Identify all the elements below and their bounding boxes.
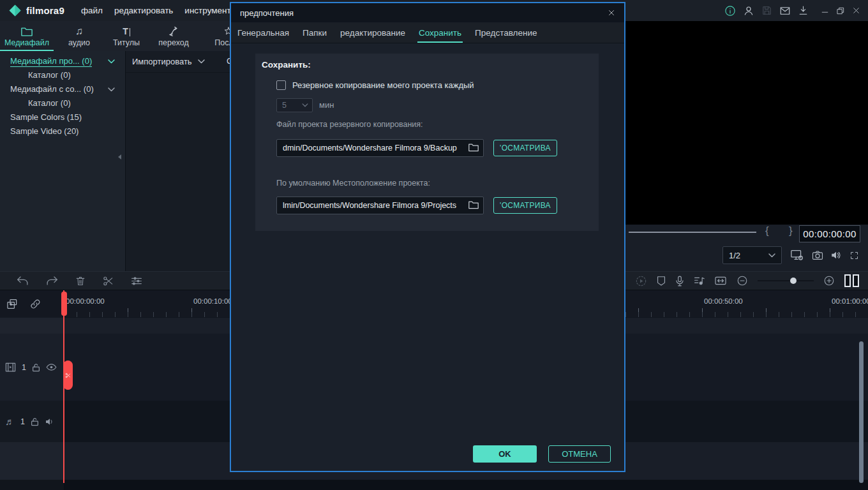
audio-mixer-icon[interactable] — [694, 276, 705, 286]
playhead-marker[interactable] — [61, 292, 67, 316]
fullscreen-icon[interactable] — [849, 251, 859, 260]
tab-audio[interactable]: ♫ аудио — [54, 21, 105, 51]
tab-titles[interactable]: T Титулы — [105, 21, 148, 51]
save-settings-panel: Сохранить: Резервное копирование моего п… — [255, 54, 599, 231]
backup-path-field — [276, 139, 484, 157]
chevron-down-icon[interactable] — [108, 59, 115, 64]
tab-transitions[interactable]: переход — [148, 21, 199, 51]
link-clips-icon[interactable] — [30, 299, 41, 309]
save-icon[interactable] — [761, 5, 772, 16]
account-icon[interactable] — [743, 5, 754, 17]
ruler-label: 00:00:50:00 — [704, 297, 743, 305]
dialog-tab-view[interactable]: Представление — [474, 22, 538, 43]
record-voiceover-icon[interactable] — [675, 276, 684, 286]
main-menu: файл редактировать инструменты П — [81, 6, 255, 15]
playhead-split-handle[interactable] — [63, 360, 73, 390]
delete-icon[interactable] — [75, 276, 86, 286]
transition-icon — [168, 25, 179, 36]
autosave-checkbox-row: Резервное копирование моего проекта кажд… — [276, 80, 474, 90]
adjust-icon[interactable] — [131, 276, 142, 286]
lock-icon[interactable] — [31, 417, 39, 426]
sidebar-item-catalog-1[interactable]: Каталог (0) — [0, 68, 125, 82]
backup-path-label: Файл проекта резервного копирования: — [276, 120, 423, 129]
sidebar-item-shared-media[interactable]: Медиафайл с со... (0) — [0, 82, 125, 96]
video-track-icon — [5, 362, 16, 372]
window-controls — [724, 5, 868, 17]
preview-timecode: 00:00:00:00 — [799, 225, 860, 242]
mark-in-button[interactable]: { — [765, 225, 769, 237]
download-icon[interactable] — [798, 5, 809, 16]
folder-icon — [21, 25, 33, 36]
dialog-close-icon[interactable] — [608, 9, 615, 17]
audio-track-icon: ♬ — [5, 417, 15, 426]
browse-backup-button[interactable]: 'ОСМАТРИВА — [493, 140, 557, 156]
logo-text: filmora9 — [26, 5, 64, 16]
undo-icon[interactable] — [17, 276, 29, 286]
timeline-zoom-slider[interactable] — [758, 280, 814, 281]
preview-controls: { } 00:00:00:00 1/2 — [625, 225, 868, 271]
cancel-button[interactable]: ОТМЕНА — [548, 445, 611, 463]
filmora-app: filmora9 файл редактировать инструменты … — [0, 0, 868, 490]
project-path-field — [276, 197, 484, 214]
tab-media[interactable]: Медиафайл — [0, 21, 54, 51]
dialog-tab-editing[interactable]: редактирование — [339, 22, 407, 43]
render-preview-icon[interactable] — [635, 275, 647, 287]
sidebar-item-catalog-2[interactable]: Каталог (0) — [0, 96, 125, 110]
video-track-header: 1 — [0, 334, 57, 401]
music-note-icon: ♫ — [75, 25, 83, 36]
restore-icon[interactable] — [836, 6, 845, 15]
zoom-in-icon[interactable] — [823, 275, 835, 286]
mute-speaker-icon[interactable] — [45, 417, 55, 426]
titles-icon: T — [123, 25, 130, 36]
zoom-slider-knob[interactable] — [790, 278, 797, 284]
autosave-checkbox[interactable] — [276, 80, 286, 90]
close-icon[interactable] — [852, 6, 860, 15]
sidebar-item-sample-video[interactable]: Sample Video (20) — [0, 124, 125, 138]
backup-path-input[interactable] — [276, 139, 484, 157]
ok-button[interactable]: OK — [473, 445, 537, 463]
preview-scrub-bar[interactable] — [629, 232, 756, 233]
sidebar-item-sample-colors[interactable]: Sample Colors (15) — [0, 110, 125, 124]
speaker-icon[interactable] — [830, 250, 842, 260]
filmora-logo-icon — [9, 4, 21, 17]
minimize-icon[interactable] — [821, 6, 829, 15]
preview-quality-select[interactable]: 1/2 — [722, 246, 782, 264]
info-icon[interactable] — [724, 5, 736, 17]
sidebar-collapse-icon[interactable] — [117, 154, 122, 160]
menu-edit[interactable]: редактировать — [114, 6, 173, 15]
timeline-scrollbar[interactable] — [859, 341, 864, 483]
ruler-label: 00:01:00:00 — [832, 297, 868, 305]
dialog-tab-general[interactable]: Генеральная — [236, 22, 290, 43]
add-to-timeline-icon[interactable] — [6, 299, 19, 309]
fit-timeline-icon[interactable] — [714, 276, 727, 286]
zoom-out-icon[interactable] — [737, 275, 748, 286]
chevron-down-icon[interactable] — [108, 87, 115, 92]
chevron-down-icon[interactable] — [198, 59, 205, 64]
video-preview — [625, 21, 868, 225]
folder-icon[interactable] — [468, 200, 479, 209]
ruler-label: 00:00:00:00 — [66, 297, 105, 305]
display-settings-icon[interactable] — [790, 249, 804, 261]
track-layout-icon[interactable] — [844, 274, 859, 287]
audio-track-header: ♬ 1 — [0, 401, 55, 442]
menu-file[interactable]: файл — [81, 6, 103, 15]
dialog-title-bar: предпочтения — [231, 3, 624, 22]
visibility-eye-icon[interactable] — [46, 363, 57, 371]
redo-icon[interactable] — [46, 276, 58, 286]
mark-out-button[interactable]: } — [789, 225, 793, 237]
dialog-tab-folders[interactable]: Папки — [301, 22, 328, 43]
mail-icon[interactable] — [779, 5, 791, 17]
folder-icon[interactable] — [468, 143, 479, 152]
sidebar-item-project-media[interactable]: Медиафайл про... (0) — [0, 54, 125, 68]
split-scissors-icon[interactable] — [103, 276, 114, 286]
marker-icon[interactable] — [657, 276, 666, 286]
import-dropdown[interactable]: Импортировать — [132, 57, 192, 66]
snapshot-camera-icon[interactable] — [812, 250, 823, 260]
project-path-input[interactable] — [276, 197, 484, 214]
autosave-interval-select[interactable]: 5 — [276, 98, 313, 112]
lock-icon[interactable] — [32, 363, 40, 372]
media-sidebar: Медиафайл про... (0) Каталог (0) Медиафа… — [0, 51, 125, 271]
filmora-logo: filmora9 — [0, 4, 64, 17]
dialog-tab-save[interactable]: Сохранить — [417, 22, 463, 43]
browse-project-button[interactable]: 'ОСМАТРИВА — [493, 197, 557, 214]
